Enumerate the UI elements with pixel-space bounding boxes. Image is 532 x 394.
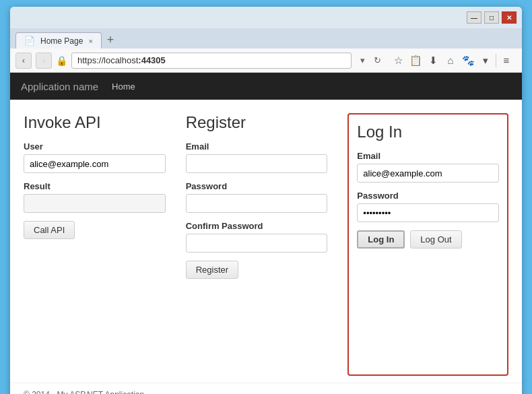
back-button[interactable]: ‹ [15, 53, 32, 69]
login-email-input[interactable] [357, 164, 499, 183]
result-input [24, 194, 166, 213]
refresh-button[interactable]: ↻ [370, 54, 384, 67]
login-password-input[interactable] [357, 203, 499, 222]
app-name: Application name [21, 81, 98, 92]
footer: © 2014 - My ASP.NET Application [10, 383, 522, 394]
bookmark-dropdown[interactable]: ▾ [478, 53, 493, 68]
reg-email-input[interactable] [186, 154, 328, 173]
security-icon: 🔒 [56, 55, 67, 66]
window-controls: — □ ✕ [467, 11, 517, 24]
new-tab-button[interactable]: + [102, 31, 120, 48]
user-label: User [24, 141, 166, 152]
reg-confirm-label: Confirm Password [186, 221, 328, 231]
url-port: :44305 [138, 55, 165, 65]
reg-confirm-group: Confirm Password [186, 221, 328, 253]
result-label: Result [24, 181, 166, 191]
tab-close-button[interactable]: × [88, 37, 92, 45]
url-actions: ▾ ↻ [356, 54, 384, 67]
login-buttons: Log In Log Out [357, 230, 499, 249]
call-api-button[interactable]: Call API [24, 221, 75, 239]
toolbar-icons: ☆ 📋 ⬇ ⌂ 🐾 ▾ ≡ [388, 53, 517, 68]
footer-text: © 2014 - My ASP.NET Application [24, 390, 144, 394]
clipboard-icon[interactable]: 📋 [408, 53, 423, 68]
login-heading: Log In [357, 123, 499, 141]
register-section: Register Email Password Confirm Password… [186, 113, 328, 376]
app-body: Invoke API User Result Call API Register… [10, 100, 522, 383]
reg-email-group: Email [186, 141, 328, 173]
address-bar: ‹ › 🔒 https://localhost:44305 ▾ ↻ ☆ 📋 ⬇ … [10, 48, 522, 73]
login-button[interactable]: Log In [357, 230, 405, 249]
login-section: Log In Email Password Log In Log Out [347, 113, 508, 376]
hamburger-menu[interactable]: ≡ [499, 53, 514, 68]
reg-email-label: Email [186, 141, 328, 152]
app-navbar: Application name Home [10, 73, 522, 100]
nav-home-link[interactable]: Home [112, 81, 135, 92]
result-group: Result [24, 181, 166, 213]
reg-password-input[interactable] [186, 194, 328, 213]
maximize-button[interactable]: □ [484, 11, 499, 24]
minimize-button[interactable]: — [467, 11, 481, 24]
register-heading: Register [186, 113, 328, 132]
url-input[interactable]: https://localhost:44305 [71, 53, 352, 69]
close-button[interactable]: ✕ [502, 11, 517, 24]
forward-button[interactable]: › [36, 53, 52, 69]
reg-password-group: Password [186, 181, 328, 213]
tab-bar: 📄 Home Page × + [10, 28, 522, 48]
reg-confirm-input[interactable] [186, 234, 328, 253]
login-password-label: Password [357, 191, 499, 201]
user-group: User [24, 141, 166, 173]
tab-title: Home Page [40, 36, 83, 46]
login-email-label: Email [357, 151, 499, 161]
active-tab[interactable]: 📄 Home Page × [15, 32, 102, 48]
register-button[interactable]: Register [186, 261, 238, 279]
title-bar: — □ ✕ [10, 7, 522, 28]
logout-button[interactable]: Log Out [410, 230, 461, 249]
separator [496, 54, 496, 67]
user-input[interactable] [24, 154, 166, 173]
browser-window: — □ ✕ 📄 Home Page × + ‹ › 🔒 https://loca… [10, 7, 522, 394]
login-password-group: Password [357, 191, 499, 222]
home-icon[interactable]: ⌂ [443, 53, 458, 68]
login-email-group: Email [357, 151, 499, 183]
reg-password-label: Password [186, 181, 328, 191]
download-icon[interactable]: ⬇ [426, 53, 440, 68]
bookmark-icon[interactable]: 🐾 [461, 53, 475, 68]
invoke-api-heading: Invoke API [24, 113, 166, 132]
app-container: Application name Home Invoke API User Re… [10, 73, 522, 394]
url-dropdown[interactable]: ▾ [356, 54, 369, 67]
url-text: https://localhost [77, 55, 138, 65]
star-icon[interactable]: ☆ [391, 53, 405, 68]
invoke-api-section: Invoke API User Result Call API [24, 113, 166, 376]
tab-favicon: 📄 [24, 36, 35, 46]
